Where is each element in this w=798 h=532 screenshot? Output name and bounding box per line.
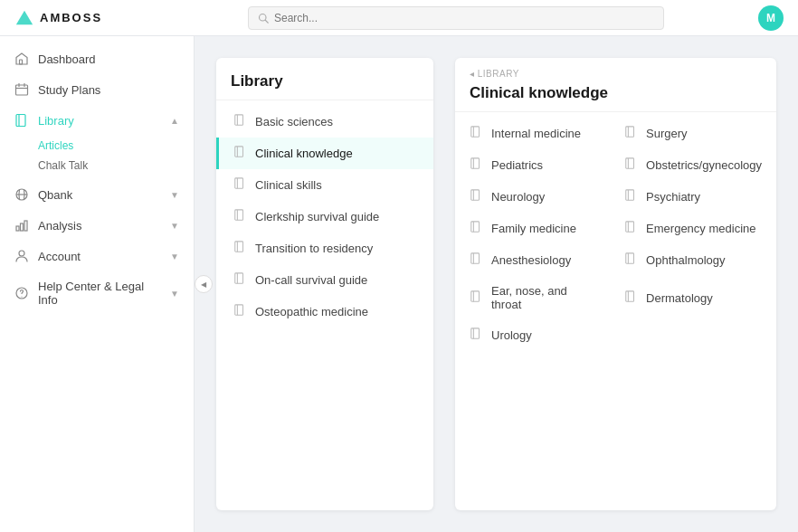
- ck-item-surgery[interactable]: Surgery: [610, 118, 776, 149]
- svg-rect-50: [626, 253, 634, 263]
- book-page-icon-1: [233, 146, 246, 161]
- sidebar-item-account[interactable]: Account ▼: [0, 241, 194, 271]
- main-layout: Dashboard Study Plans Library ▲ Articles…: [0, 36, 798, 532]
- sidebar-item-analysis[interactable]: Analysis ▼: [0, 210, 194, 241]
- ck-item-ophthalmology[interactable]: Ophthalmology: [610, 244, 776, 276]
- library-item-label-6: Osteopathic medicine: [255, 305, 368, 318]
- logo-area: AMBOSS: [14, 8, 195, 28]
- avatar[interactable]: M: [758, 5, 784, 31]
- svg-rect-34: [626, 127, 634, 137]
- sidebar: Dashboard Study Plans Library ▲ Articles…: [0, 36, 195, 532]
- ck-item-family-medicine[interactable]: Family medicine: [455, 213, 610, 244]
- ck-item-label-4: Neurology: [491, 190, 545, 204]
- book-page-icon-3: [233, 209, 246, 224]
- library-item-label-3: Clerkship survival guide: [255, 210, 379, 223]
- search-bar[interactable]: [248, 6, 664, 30]
- library-chevron-icon: ▲: [170, 116, 179, 126]
- svg-rect-28: [235, 273, 243, 283]
- svg-rect-48: [471, 253, 480, 263]
- ck-book-icon-6: [470, 221, 482, 236]
- ck-item-label-8: Anesthesiology: [491, 253, 571, 267]
- ck-book-icon-1: [624, 126, 637, 141]
- ck-book-icon-0: [470, 126, 482, 141]
- ck-item-ent[interactable]: Ear, nose, and throat: [455, 276, 610, 319]
- ck-item-dermatology[interactable]: Dermatology: [610, 276, 776, 319]
- ck-item-anesthesiology[interactable]: Anesthesiology: [455, 244, 610, 276]
- svg-point-15: [19, 251, 24, 256]
- ck-item-label-3: Obstetrics/gynecology: [646, 158, 762, 172]
- ck-item-psychiatry[interactable]: Psychiatry: [610, 181, 776, 213]
- help-chevron-icon: ▼: [170, 289, 179, 299]
- ck-book-icon-10: [470, 290, 482, 306]
- ck-item-emergency-medicine[interactable]: Emergency medicine: [610, 213, 776, 244]
- search-input[interactable]: [274, 12, 654, 24]
- sidebar-item-study-plans[interactable]: Study Plans: [0, 74, 194, 105]
- collapse-chevron-icon: ◀: [201, 280, 206, 289]
- ck-item-internal-medicine[interactable]: Internal medicine: [455, 118, 610, 149]
- sidebar-collapse-button[interactable]: ◀: [195, 275, 213, 293]
- library-item-clerkship[interactable]: Clerkship survival guide: [216, 201, 433, 233]
- analysis-chevron-icon: ▼: [170, 221, 179, 231]
- sidebar-item-dashboard[interactable]: Dashboard: [0, 43, 194, 74]
- library-item-on-call[interactable]: On-call survival guide: [216, 264, 433, 296]
- library-item-label-4: Transition to residency: [255, 242, 373, 255]
- svg-rect-3: [20, 60, 23, 64]
- ck-book-icon-5: [624, 189, 637, 204]
- svg-rect-4: [16, 85, 28, 95]
- ck-panel-title: Clinical knowledge: [455, 79, 776, 112]
- svg-rect-36: [471, 158, 480, 168]
- ck-book-icon-7: [624, 221, 637, 236]
- content-area: ◀ Library Basic sciences Clinical knowle…: [195, 36, 798, 532]
- ck-item-label-12: Urology: [491, 328, 532, 342]
- svg-rect-13: [21, 223, 24, 231]
- library-item-label-1: Clinical knowledge: [255, 147, 353, 160]
- book-page-icon-6: [233, 304, 246, 319]
- qbank-chevron-icon: ▼: [170, 190, 179, 200]
- search-icon: [258, 13, 269, 24]
- sidebar-label-help: Help Center & Legal Info: [38, 280, 161, 307]
- ck-breadcrumb: ◂ LIBRARY: [455, 58, 776, 79]
- sidebar-label-analysis: Analysis: [38, 219, 161, 233]
- ck-item-neurology[interactable]: Neurology: [455, 181, 610, 213]
- ck-item-label-5: Psychiatry: [646, 190, 700, 204]
- svg-rect-40: [471, 190, 480, 200]
- svg-rect-46: [626, 222, 634, 232]
- ck-book-icon-12: [470, 328, 482, 343]
- home-icon: [14, 52, 29, 66]
- ck-book-icon-8: [470, 252, 482, 268]
- ck-book-icon-3: [624, 157, 637, 173]
- svg-rect-54: [626, 290, 634, 300]
- sidebar-sub-chalk-talk[interactable]: Chalk Talk: [38, 156, 194, 176]
- ck-item-pediatrics[interactable]: Pediatrics: [455, 149, 610, 181]
- book-page-icon-0: [233, 114, 246, 129]
- ck-item-ob-gyn[interactable]: Obstetrics/gynecology: [610, 149, 776, 181]
- ck-item-label-10: Ear, nose, and throat: [491, 284, 595, 311]
- sidebar-item-qbank[interactable]: Qbank ▼: [0, 179, 194, 210]
- book-page-icon-4: [233, 241, 246, 256]
- library-item-label-2: Clinical skills: [255, 178, 322, 192]
- help-circle-icon: [14, 286, 29, 300]
- sidebar-item-library[interactable]: Library ▲: [0, 105, 194, 136]
- library-panel-title: Library: [216, 58, 433, 100]
- book-icon: [14, 113, 29, 128]
- svg-rect-22: [235, 178, 243, 188]
- library-item-clinical-knowledge[interactable]: Clinical knowledge: [216, 138, 433, 169]
- book-page-icon-2: [233, 177, 246, 193]
- svg-rect-38: [626, 158, 634, 168]
- library-item-transition[interactable]: Transition to residency: [216, 233, 433, 264]
- svg-rect-24: [235, 210, 243, 220]
- account-chevron-icon: ▼: [170, 252, 179, 261]
- library-item-label-0: Basic sciences: [255, 115, 333, 128]
- ck-item-urology[interactable]: Urology: [455, 319, 610, 351]
- library-item-osteopathic[interactable]: Osteopathic medicine: [216, 296, 433, 328]
- library-subitems: Articles Chalk Talk: [0, 136, 194, 179]
- library-item-clinical-skills[interactable]: Clinical skills: [216, 169, 433, 201]
- sidebar-item-help[interactable]: Help Center & Legal Info ▼: [0, 271, 194, 315]
- library-item-basic-sciences[interactable]: Basic sciences: [216, 106, 433, 138]
- sidebar-sub-articles[interactable]: Articles: [38, 136, 194, 156]
- svg-point-17: [21, 296, 22, 297]
- topbar: AMBOSS M: [0, 0, 798, 36]
- grid-icon: [14, 187, 29, 202]
- svg-rect-30: [235, 305, 243, 315]
- ck-book-icon-11: [624, 290, 637, 306]
